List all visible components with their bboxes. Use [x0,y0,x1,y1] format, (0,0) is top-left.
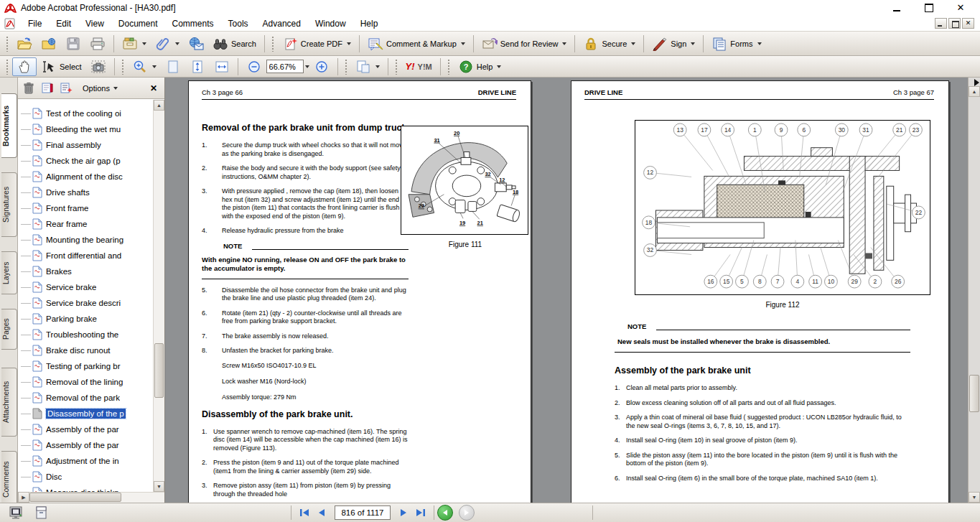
tab-bookmarks[interactable]: Bookmarks [1,93,17,158]
next-page-button[interactable] [395,505,412,521]
bookmark-item[interactable]: Brake disc runout [18,342,153,358]
bookmark-item[interactable]: Final assembly [18,137,153,153]
bookmark-item[interactable]: Alignment of the disc [18,169,153,185]
sign-button[interactable]: Sign [648,34,699,53]
bookmark-item[interactable]: Assembly of the par [18,421,153,437]
toolbar-grip[interactable] [447,59,451,75]
bookmark-item[interactable]: Removal of the lining [18,374,153,390]
zoom-out-button[interactable] [242,57,266,76]
bookmark-item[interactable]: Adjustment of the in [18,453,153,469]
document-minimize-icon[interactable] [935,18,947,29]
bookmark-item[interactable]: Service brake descri [18,295,153,311]
delete-bookmark-icon[interactable] [22,82,35,94]
organizer-button[interactable] [118,34,151,53]
snapshot-button[interactable] [86,57,111,76]
scroll-up-icon[interactable]: ▲ [969,86,980,97]
send-for-review-button[interactable]: Send for Review [477,34,571,53]
fit-width-button[interactable] [210,57,234,76]
scroll-right-icon[interactable]: ▶ [18,492,29,503]
bookmark-item[interactable]: Front differential and [18,248,153,264]
tab-comments[interactable]: Comments [1,451,17,508]
bookmark-item[interactable]: Troubleshooting the [18,327,153,342]
page-number-input[interactable] [335,505,391,520]
bookmark-item[interactable]: Disc [18,469,153,485]
panel-close-icon[interactable]: ✕ [150,83,160,93]
scrollbar-thumb[interactable] [969,375,979,412]
previous-view-button[interactable] [437,505,453,521]
messenger-button[interactable]: Y!Y!M [401,57,437,76]
collapse-arrow-icon[interactable] [974,79,979,86]
hand-tool-button[interactable] [12,57,37,76]
bookmark-item[interactable]: Removal of the park [18,390,153,406]
zoom-level-input[interactable] [266,60,304,73]
fit-page-button[interactable] [185,57,210,76]
toolbar-grip[interactable] [6,36,9,52]
next-view-button[interactable] [459,505,475,521]
bookmark-item[interactable]: Testing of parking br [18,358,153,374]
document-vertical-scrollbar[interactable]: ▲ ▼ [968,78,980,503]
single-page-view-icon[interactable] [9,505,24,520]
document-restore-icon[interactable] [948,18,961,29]
menu-tools[interactable]: Tools [222,17,255,30]
bookmark-item[interactable]: Assembly of the par [18,437,153,453]
menu-comments[interactable]: Comments [166,17,220,30]
previous-page-button[interactable] [313,505,330,521]
menu-view[interactable]: View [79,17,111,30]
select-tool-button[interactable]: Select [37,57,86,76]
menu-window[interactable]: Window [309,17,353,30]
toolbar-grip[interactable] [6,59,9,75]
bookmark-item[interactable]: Check the air gap (p [18,153,153,169]
scroll-down-icon[interactable]: ▼ [154,481,164,492]
create-pdf-button[interactable]: Create PDF [278,34,355,53]
first-page-button[interactable] [296,505,313,521]
scroll-down-icon[interactable]: ▼ [969,492,980,503]
toolbar-grip[interactable] [271,36,275,52]
bookmark-item[interactable]: Disassembly of the p [18,406,153,421]
attach-button[interactable] [151,34,184,53]
actual-size-button[interactable] [161,57,185,76]
continuous-view-icon[interactable] [33,505,49,520]
help-button[interactable]: ?Help [454,57,506,76]
forms-button[interactable]: Forms [707,34,765,53]
bookmarks-horizontal-scrollbar[interactable]: ◀ ▶ [18,492,164,503]
organizer-open-button[interactable] [37,34,61,53]
menu-edit[interactable]: Edit [50,17,78,30]
open-button[interactable] [12,34,37,53]
new-bookmark-icon[interactable] [60,82,73,94]
close-button-icon[interactable]: ✕ [956,4,966,12]
scrollbar-thumb[interactable] [154,343,164,398]
options-menu-button[interactable]: Options [83,84,118,93]
menu-advanced[interactable]: Advanced [256,17,307,30]
bookmark-item[interactable]: Mounting the bearing [18,232,153,248]
expand-current-bookmark-icon[interactable] [41,82,54,94]
secure-button[interactable]: Secure [579,34,640,53]
bookmark-item[interactable]: Service brake [18,279,153,295]
print-button[interactable] [85,34,110,53]
bookmark-item[interactable]: Rear frame [18,216,153,232]
last-page-button[interactable] [412,505,429,521]
bookmark-item[interactable]: Front frame [18,200,153,216]
bookmarks-vertical-scrollbar[interactable]: ▲ ▼ [153,100,164,492]
save-button[interactable] [61,34,85,53]
toolbar-grip[interactable] [395,59,398,75]
page-layout-button[interactable] [351,57,384,76]
toolbar-grip[interactable] [121,59,125,75]
menu-file[interactable]: File [22,17,48,30]
tab-attachments[interactable]: Attachments [1,368,17,437]
menu-help[interactable]: Help [354,17,385,30]
tab-pages[interactable]: Pages [1,309,17,350]
bookmark-item[interactable]: Measure disc thickn [18,485,153,492]
bookmark-item[interactable]: Bleeding the wet mu [18,121,153,137]
maximize-button-icon[interactable] [924,4,934,12]
tab-layers[interactable]: Layers [1,251,17,294]
document-area[interactable]: Ch 3 page 66 DRIVE LINE Removal of the p… [165,78,980,503]
email-button[interactable] [184,34,208,53]
tab-signatures[interactable]: Signatures [1,172,17,237]
document-close-icon[interactable]: ✕ [962,18,974,29]
menu-document[interactable]: Document [112,17,164,30]
bookmark-item[interactable]: Brakes [18,264,153,279]
bookmark-item[interactable]: Test of the cooling oi [18,106,153,121]
zoom-tool-button[interactable] [128,57,161,76]
zoom-in-button[interactable] [309,57,334,76]
search-button[interactable]: Search [208,34,261,53]
